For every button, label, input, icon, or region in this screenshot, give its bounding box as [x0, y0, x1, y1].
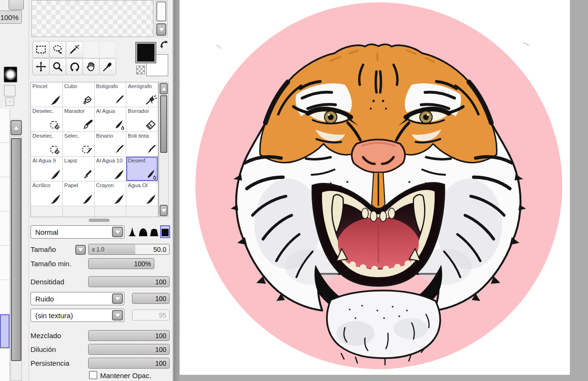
list-item[interactable] [0, 349, 10, 381]
brush-boli-tinta[interactable]: Boli tinta [126, 132, 158, 157]
tool-rotate[interactable] [66, 58, 83, 75]
zoom-value-text: 100% [0, 13, 19, 21]
dropdown-button[interactable] [112, 310, 123, 321]
list-item[interactable] [0, 109, 10, 143]
brush-empty-cell[interactable] [95, 206, 127, 217]
brush-label: Acrílico [32, 182, 62, 189]
brush-cubo[interactable]: Cubo [63, 82, 95, 107]
brush-label: Agua Ol [128, 182, 157, 189]
brush-label: Aerógrafo [128, 83, 157, 90]
blend-mode-dropdown[interactable]: Normal [30, 225, 124, 239]
brush-alagua9[interactable]: Al Agua 9 [31, 157, 63, 181]
navigator-zoom-value[interactable]: 100% [0, 10, 22, 24]
canvas[interactable] [180, 0, 570, 375]
foreground-color-swatch[interactable] [135, 42, 156, 63]
brush-selec[interactable]: Selec. [63, 132, 95, 157]
noise-value: 100 [155, 295, 166, 302]
tip-shape-flat-dome[interactable] [149, 225, 159, 238]
size-unit-dropdown[interactable] [75, 245, 86, 255]
brush-scrollbar-thumb[interactable] [160, 95, 167, 153]
brush-grid-scrollbar[interactable] [159, 82, 169, 217]
scroll-down-button[interactable] [160, 205, 168, 216]
list-item[interactable] [0, 211, 10, 246]
brush-deselec-2[interactable]: Deselec. [31, 132, 63, 157]
checker-colors-icon[interactable] [136, 66, 145, 74]
brush-pincel[interactable]: Pincel [31, 82, 63, 107]
list-item[interactable] [0, 246, 10, 280]
blend-label: Mezclado [30, 331, 61, 340]
tip-shape-peak[interactable] [127, 225, 137, 238]
scroll-up-button[interactable] [160, 83, 168, 94]
tool-move[interactable] [32, 58, 50, 75]
tool-lasso[interactable] [49, 41, 66, 58]
down-triangle-icon [78, 248, 83, 251]
eraser-icon [145, 119, 157, 131]
navigator-scrollbar[interactable] [155, 0, 168, 37]
brush-agua-ol[interactable]: Agua Ol [126, 181, 158, 206]
brush-icon [50, 169, 61, 180]
left-mini-list[interactable] [0, 109, 10, 381]
brush-crayon[interactable]: Crayon [95, 181, 127, 206]
tool-hand[interactable] [82, 58, 100, 75]
density-label: Densitidad [30, 278, 64, 286]
tool-rect-select[interactable] [32, 41, 50, 58]
tool-empty-slot[interactable] [82, 41, 100, 58]
texture-dropdown[interactable]: (sin textura) [30, 309, 124, 322]
brush-aerografo[interactable]: Aerógrafo [126, 82, 158, 107]
list-item[interactable] [0, 177, 10, 211]
brush-desenf-selected[interactable]: Desenf. [126, 157, 158, 181]
navigator-preview[interactable] [31, 0, 153, 37]
list-item[interactable] [0, 143, 10, 177]
brush-deselec[interactable]: Deselec. [31, 107, 63, 132]
texture-dropdown-value: (sin textura) [35, 311, 73, 320]
tool-eyedropper[interactable] [99, 58, 116, 75]
tip-shape-square-selected[interactable] [160, 225, 170, 238]
brush-label: Marador [64, 108, 94, 114]
min-size-slider[interactable]: 100% [88, 258, 154, 269]
panel-resize-handle[interactable] [89, 219, 110, 222]
blend-slider[interactable]: 100 [88, 330, 170, 341]
brush-binario[interactable]: Binario [95, 132, 127, 157]
brush-label: Borrador [128, 108, 157, 114]
noise-slider[interactable]: 100 [132, 293, 170, 304]
brush-preview-icon[interactable] [4, 67, 17, 82]
brush-alagua10[interactable]: Al Agua 10 [95, 157, 127, 181]
noise-dropdown[interactable]: Ruido [30, 292, 124, 305]
dome-shape-icon [139, 226, 148, 237]
scroll-down-button[interactable] [156, 23, 166, 36]
brush-borrador[interactable]: Borrador [126, 107, 158, 132]
brush-icon [50, 193, 61, 205]
dropdown-button[interactable] [112, 293, 123, 304]
tool-zoom[interactable] [49, 58, 66, 75]
list-item[interactable] [0, 280, 10, 314]
brush-lapiz[interactable]: Lapiz [63, 157, 95, 181]
brush-empty-cell[interactable] [31, 206, 63, 217]
left-scrollbar-thumb[interactable] [11, 138, 21, 361]
brush-papel[interactable]: Papel [63, 181, 95, 206]
brush-empty-cell[interactable] [126, 206, 158, 217]
tool-magic-wand[interactable] [66, 41, 83, 58]
brush-label: Selec. [64, 133, 94, 139]
brush-acrilico[interactable]: Acrílico [31, 181, 63, 206]
scroll-up-button[interactable] [10, 120, 22, 135]
rect-select-icon [35, 44, 47, 55]
tool-empty-slot[interactable] [99, 41, 116, 58]
size-slider[interactable]: x 1.0 50.0 [88, 244, 170, 255]
density-slider[interactable]: 100 [88, 276, 170, 287]
dropdown-button[interactable] [112, 227, 123, 237]
brush-boligrafo[interactable]: Bolígrafo [95, 82, 127, 107]
brush-marador[interactable]: Marador [63, 107, 95, 132]
list-item-selected[interactable] [0, 314, 10, 349]
texture-strength-slider: 95 [132, 310, 170, 321]
brush-alagua[interactable]: Al Agua [95, 107, 127, 132]
peak-shape-icon [128, 226, 137, 237]
dilution-slider[interactable]: 100 [88, 344, 170, 355]
tip-shape-dome[interactable] [138, 225, 148, 238]
swap-colors-icon[interactable] [159, 40, 170, 50]
mini-panel-button[interactable] [9, 0, 24, 10]
persistence-value: 100 [155, 360, 166, 367]
brush-empty-cell[interactable] [63, 206, 95, 217]
navigator-scrollbar-thumb[interactable] [156, 1, 166, 21]
keep-opacity-checkbox[interactable] [89, 371, 97, 379]
persistence-slider[interactable]: 100 [88, 358, 170, 369]
